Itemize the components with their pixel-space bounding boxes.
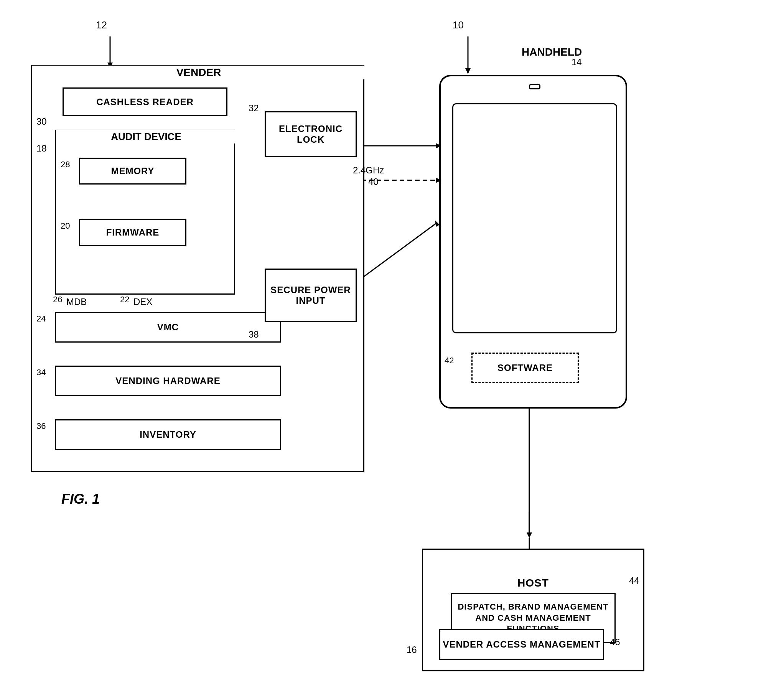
handheld-device: SOFTWARE 42 [439,75,627,409]
ref-32: 32 [249,103,259,114]
memory-box: MEMORY [79,158,186,185]
ref-16: 16 [407,644,417,655]
ref-38: 38 [249,329,259,340]
ref-14: 14 [572,57,582,68]
freq-label: 2.4GHz [353,165,384,176]
ref-44: 44 [629,575,639,586]
ref-20: 20 [61,221,70,231]
ref-12: 12 [96,19,107,31]
vender-label: VENDER [32,66,366,79]
ref-46: 46 [610,637,620,648]
ref-34: 34 [36,368,46,377]
inventory-box: INVENTORY [55,419,281,450]
svg-marker-28 [527,532,532,538]
ref-40: 40 [368,176,379,187]
audit-device-label: AUDIT DEVICE [56,130,236,143]
handheld-speaker [529,84,540,89]
vender-access-box: VENDER ACCESS MANAGEMENT [439,629,604,660]
cashless-reader-box: CASHLESS READER [63,87,227,116]
diagram-container: 10 12 VENDER CASHLESS READER 30 AUDIT DE… [0,0,784,684]
ref-36: 36 [36,421,46,431]
audit-device-box: AUDIT DEVICE MEMORY 28 FIRMWARE 20 [55,130,235,295]
svg-marker-3 [465,68,471,74]
handheld-screen [452,103,617,333]
ref-22: 22 [120,295,129,305]
ref-28: 28 [61,160,70,170]
ref-30: 30 [36,116,47,127]
software-box: SOFTWARE [471,353,579,383]
fig-label: FIG. 1 [61,491,100,507]
electronic-lock-box: ELECTRONIC LOCK [265,111,357,157]
mdb-label: MDB [66,297,87,307]
ref-24: 24 [36,314,46,324]
secure-power-input-box: SECURE POWER INPUT [265,269,357,322]
host-label: HOST [517,577,549,589]
ref-26: 26 [53,295,62,305]
ref-18: 18 [36,143,47,154]
ref-10: 10 [453,19,464,31]
firmware-box: FIRMWARE [79,219,186,246]
vmc-box: VMC [55,312,281,343]
vending-hardware-box: VENDING HARDWARE [55,366,281,396]
dex-label: DEX [133,297,152,307]
ref-42: 42 [445,356,454,366]
